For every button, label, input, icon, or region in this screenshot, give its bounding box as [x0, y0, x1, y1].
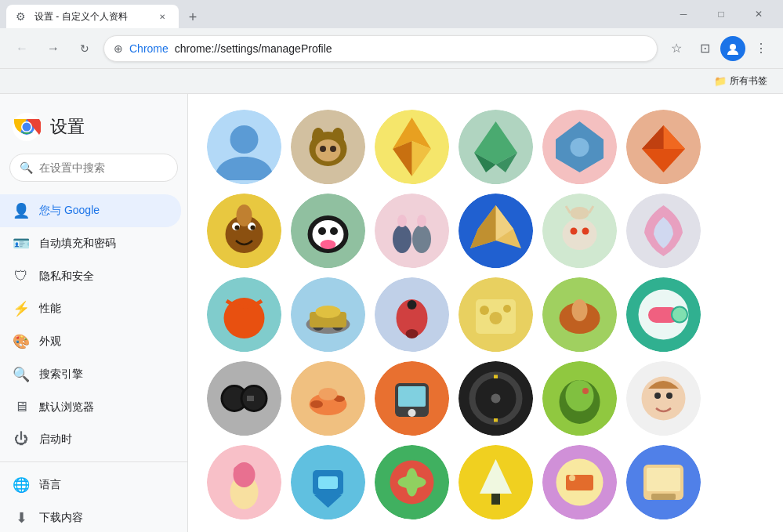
- sidebar-item-performance[interactable]: ⚡ 性能: [0, 292, 181, 325]
- address-bar-lock-icon: ⊕: [114, 42, 123, 55]
- svg-point-0: [730, 44, 736, 50]
- svg-point-35: [237, 204, 252, 226]
- tab-close-button[interactable]: ✕: [155, 9, 169, 24]
- sidebar-item-autofill[interactable]: 🪪 自动填充和密码: [0, 227, 181, 260]
- avatar-25[interactable]: [207, 445, 281, 519]
- svg-rect-94: [398, 386, 426, 407]
- avatar-23[interactable]: [542, 361, 617, 436]
- search-input[interactable]: [39, 161, 176, 174]
- maximize-button[interactable]: □: [703, 0, 739, 28]
- avatar-30[interactable]: [626, 445, 701, 519]
- back-button[interactable]: ←: [9, 36, 34, 61]
- avatar-1[interactable]: [207, 110, 281, 184]
- sidebar-label-google: 您与 Google: [39, 204, 100, 218]
- sidebar-label-download: 下载内容: [39, 511, 83, 525]
- sidebar-item-browser[interactable]: 🖥 默认浏览器: [0, 391, 181, 423]
- avatar-grid: [188, 94, 720, 532]
- svg-point-44: [412, 225, 431, 253]
- avatar-28[interactable]: [459, 445, 533, 519]
- avatar-18[interactable]: [626, 277, 701, 352]
- tab-favicon: ⚙: [16, 10, 28, 23]
- avatar-4[interactable]: [459, 110, 533, 184]
- svg-rect-130: [647, 468, 680, 491]
- sidebar-label-startup: 启动时: [39, 432, 72, 447]
- avatar-19[interactable]: [207, 361, 281, 436]
- folder-icon: 📁: [714, 75, 727, 87]
- bookmarks-all[interactable]: 📁 所有书签: [708, 71, 774, 91]
- avatar-13[interactable]: [207, 277, 281, 352]
- avatar-21[interactable]: [375, 361, 449, 436]
- address-bar[interactable]: ⊕ Chrome chrome://settings/manageProfile: [103, 35, 658, 62]
- avatar-14[interactable]: [291, 277, 365, 352]
- avatar-26[interactable]: [291, 445, 365, 519]
- svg-point-108: [666, 393, 672, 399]
- svg-point-82: [672, 307, 687, 323]
- svg-point-45: [397, 215, 407, 227]
- svg-point-13: [330, 146, 336, 152]
- toolbar-right: ☆ ⊡ ⋮: [664, 36, 774, 61]
- close-button[interactable]: ✕: [741, 0, 777, 28]
- avatar-6[interactable]: [626, 110, 701, 184]
- profile-button[interactable]: [720, 36, 745, 61]
- avatar-27[interactable]: [375, 445, 449, 519]
- svg-rect-116: [318, 476, 338, 489]
- refresh-button[interactable]: ↻: [72, 36, 97, 61]
- window-controls: ─ □ ✕: [665, 0, 777, 28]
- address-bar-brand: Chrome: [129, 42, 169, 55]
- main-content: 设置 🔍 👤 您与 Google 🪪 自动填充和密码 🛡 隐私和安全: [0, 94, 783, 532]
- download-icon: ⬇: [13, 509, 30, 527]
- avatar-22[interactable]: [459, 361, 533, 436]
- menu-button[interactable]: ⋮: [749, 36, 774, 61]
- svg-point-95: [408, 409, 416, 417]
- sidebar-item-privacy[interactable]: 🛡 隐私和安全: [0, 260, 181, 292]
- avatar-29[interactable]: [542, 445, 617, 519]
- svg-point-78: [572, 299, 588, 321]
- avatar-20[interactable]: [291, 361, 365, 436]
- sidebar-item-language[interactable]: 🌐 语言: [0, 469, 181, 501]
- svg-point-89: [310, 400, 323, 408]
- avatar-7[interactable]: [207, 194, 281, 268]
- avatar-16[interactable]: [459, 277, 533, 352]
- new-tab-button[interactable]: +: [182, 6, 204, 28]
- avatar-2[interactable]: [291, 110, 365, 184]
- search-icon: 🔍: [20, 161, 33, 174]
- sidebar-label-appearance: 外观: [39, 335, 61, 349]
- chrome-logo: [13, 113, 41, 141]
- avatar-9[interactable]: [375, 194, 449, 268]
- sidebar-item-google[interactable]: 👤 您与 Google: [0, 194, 181, 227]
- avatar-15[interactable]: [375, 277, 449, 352]
- sidebar-item-download[interactable]: ⬇ 下载内容: [0, 501, 181, 532]
- split-screen-button[interactable]: ⊡: [692, 36, 717, 61]
- avatar-17[interactable]: [542, 277, 617, 352]
- avatar-5[interactable]: [542, 110, 617, 184]
- avatar-8[interactable]: [291, 194, 365, 268]
- avatar-12[interactable]: [626, 194, 701, 268]
- address-bar-url: chrome://settings/manageProfile: [175, 42, 332, 55]
- svg-point-40: [330, 227, 338, 235]
- sidebar-item-search[interactable]: 🔍 搜索引擎: [0, 358, 181, 391]
- search-box[interactable]: 🔍: [9, 154, 178, 182]
- minimize-button[interactable]: ─: [665, 0, 701, 28]
- avatar-10[interactable]: [459, 194, 533, 268]
- forward-button[interactable]: →: [41, 36, 66, 61]
- avatar-24[interactable]: [626, 361, 701, 436]
- browser-icon: 🖥: [13, 399, 30, 415]
- person-icon: 👤: [13, 202, 30, 219]
- sidebar-item-startup[interactable]: ⏻ 启动时: [0, 423, 181, 455]
- language-icon: 🌐: [13, 476, 30, 494]
- sidebar-item-appearance[interactable]: 🎨 外观: [0, 325, 181, 358]
- svg-point-91: [319, 388, 338, 400]
- bookmark-button[interactable]: ☆: [664, 36, 689, 61]
- avatar-11[interactable]: [542, 194, 617, 268]
- tab-title: 设置 - 自定义个人资料: [34, 10, 149, 24]
- toolbar: ← → ↻ ⊕ Chrome chrome://settings/manageP…: [0, 28, 783, 69]
- svg-point-41: [321, 240, 336, 249]
- svg-point-120: [406, 469, 419, 497]
- sidebar-label-language: 语言: [39, 478, 61, 492]
- svg-rect-123: [491, 494, 500, 505]
- svg-point-98: [491, 394, 501, 404]
- svg-point-104: [582, 388, 589, 394]
- avatar-3[interactable]: [375, 110, 449, 184]
- settings-title: 设置: [50, 115, 85, 139]
- active-tab[interactable]: ⚙ 设置 - 自定义个人资料 ✕: [6, 5, 179, 28]
